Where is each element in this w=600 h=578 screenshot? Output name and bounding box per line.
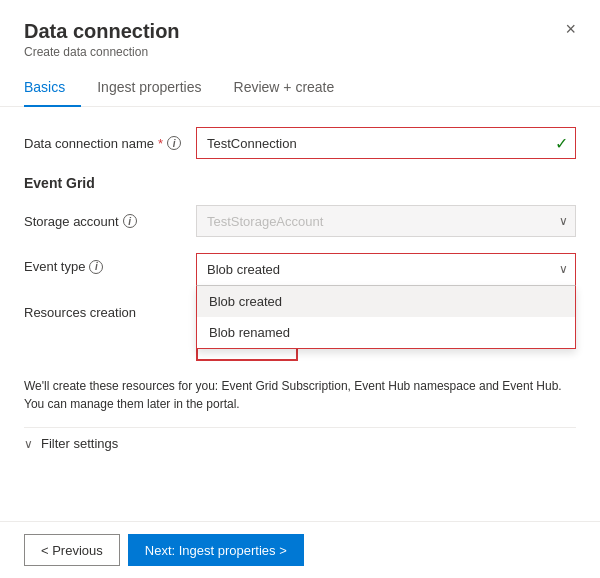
event-type-dropdown-menu: Blob created Blob renamed xyxy=(196,285,576,349)
storage-account-info-icon[interactable]: i xyxy=(123,214,137,228)
tab-basics[interactable]: Basics xyxy=(24,71,81,107)
tab-bar: Basics Ingest properties Review + create xyxy=(0,59,600,107)
tab-ingest-properties[interactable]: Ingest properties xyxy=(81,71,217,107)
filter-settings-row[interactable]: ∨ Filter settings xyxy=(24,427,576,459)
resources-info-text: We'll create these resources for you: Ev… xyxy=(24,377,576,413)
event-type-option-blob-renamed[interactable]: Blob renamed xyxy=(197,317,575,348)
event-type-row: Event type i Blob created ∨ Blob created… xyxy=(24,253,576,285)
event-grid-section: Event Grid Storage account i TestStorage… xyxy=(24,175,576,361)
connection-name-input[interactable] xyxy=(196,127,576,159)
event-grid-title: Event Grid xyxy=(24,175,576,191)
tab-review-create[interactable]: Review + create xyxy=(218,71,351,107)
event-type-label: Event type i xyxy=(24,253,184,274)
dialog-header: Data connection Create data connection × xyxy=(0,0,600,59)
event-type-info-icon[interactable]: i xyxy=(89,260,103,274)
check-icon: ✓ xyxy=(555,134,568,153)
event-type-option-blob-created[interactable]: Blob created xyxy=(197,286,575,317)
next-button[interactable]: Next: Ingest properties > xyxy=(128,534,304,566)
event-type-chevron-icon: ∨ xyxy=(559,262,568,276)
event-type-dropdown-wrapper: Blob created ∨ Blob created Blob renamed xyxy=(196,253,576,285)
connection-name-label: Data connection name * i xyxy=(24,136,184,151)
storage-account-label: Storage account i xyxy=(24,214,184,229)
previous-button[interactable]: < Previous xyxy=(24,534,120,566)
storage-account-select-wrapper: TestStorageAccount ∨ xyxy=(196,205,576,237)
header-text: Data connection Create data connection xyxy=(24,20,180,59)
storage-account-row: Storage account i TestStorageAccount ∨ xyxy=(24,205,576,237)
dialog-footer: < Previous Next: Ingest properties > xyxy=(0,521,600,578)
connection-name-input-wrapper: ✓ xyxy=(196,127,576,159)
storage-account-select[interactable]: TestStorageAccount xyxy=(196,205,576,237)
close-button[interactable]: × xyxy=(565,20,576,38)
form-content: Data connection name * i ✓ Event Grid St… xyxy=(0,107,600,521)
data-connection-dialog: Data connection Create data connection ×… xyxy=(0,0,600,578)
connection-name-row: Data connection name * i ✓ xyxy=(24,127,576,159)
filter-settings-label: Filter settings xyxy=(41,436,118,451)
required-marker: * xyxy=(158,136,163,151)
connection-name-info-icon[interactable]: i xyxy=(167,136,181,150)
resources-creation-label: Resources creation xyxy=(24,301,184,320)
dialog-subtitle: Create data connection xyxy=(24,45,180,59)
dialog-title: Data connection xyxy=(24,20,180,43)
event-type-trigger[interactable]: Blob created ∨ xyxy=(196,253,576,285)
filter-chevron-icon: ∨ xyxy=(24,437,33,451)
